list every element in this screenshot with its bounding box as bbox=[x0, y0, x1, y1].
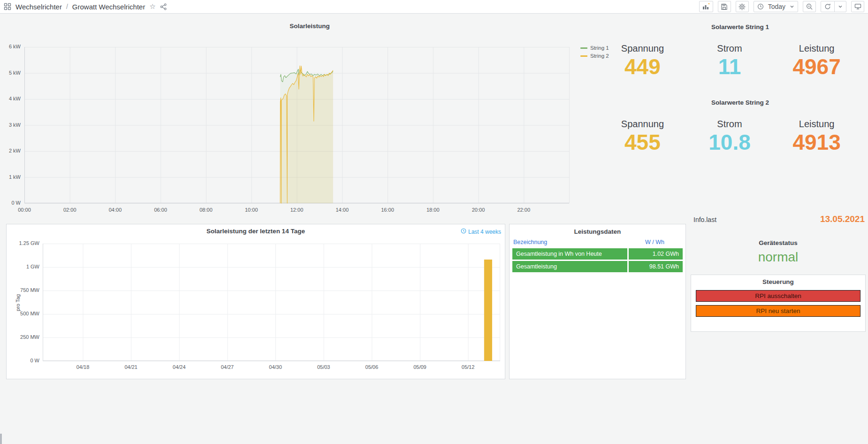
y-tick-label: 0 W bbox=[0, 200, 21, 206]
column-header-w-wh[interactable]: W / Wh bbox=[628, 239, 682, 245]
refresh-interval-dropdown[interactable] bbox=[835, 1, 846, 12]
y-tick-label: 6 kW bbox=[0, 44, 21, 49]
time-picker-button[interactable]: Today bbox=[754, 1, 798, 12]
bar-y-axis-title: pro Tag bbox=[15, 294, 21, 312]
solarleistung-plot-area[interactable] bbox=[24, 47, 569, 203]
breadcrumb-separator: / bbox=[66, 3, 68, 10]
stat-spannung: Spannung449 bbox=[594, 43, 692, 78]
refresh-button[interactable] bbox=[821, 1, 834, 12]
zoom-out-button[interactable] bbox=[803, 1, 816, 12]
y-tick-label: 1.25 GW bbox=[8, 240, 39, 246]
solarleistung-14-tage-panel: Solarleistung der letzten 14 Tage Last 4… bbox=[6, 224, 505, 379]
y-tick-label: 2 kW bbox=[0, 148, 21, 153]
legend-swatch bbox=[580, 47, 587, 49]
bar-plot-area[interactable] bbox=[43, 244, 500, 361]
x-tick-label: 00:00 bbox=[10, 207, 38, 213]
stat-leistung: Leistung4967 bbox=[768, 43, 866, 78]
y-tick-label: 250 MW bbox=[8, 334, 39, 340]
breadcrumb-current[interactable]: Growatt Wechselrichter bbox=[72, 3, 145, 11]
scrollbar-thumb[interactable] bbox=[0, 434, 2, 444]
add-panel-button[interactable] bbox=[699, 1, 713, 12]
favorite-star-icon[interactable]: ☆ bbox=[149, 3, 155, 10]
y-tick-label: 500 MW bbox=[8, 311, 39, 316]
stat-label: Spannung bbox=[594, 119, 692, 130]
button-rpi-ausschalten[interactable]: RPI ausschalten bbox=[696, 290, 860, 302]
x-tick-label: 08:00 bbox=[192, 207, 220, 213]
leistungsdaten-table: Bezeichnung W / Wh Gesamtleistung in Wh … bbox=[512, 237, 683, 274]
stat-label: Strom bbox=[692, 119, 768, 130]
panel-title-steuerung[interactable]: Steuerung bbox=[691, 278, 865, 285]
dashboard-settings-button[interactable] bbox=[736, 1, 749, 12]
x-tick-label: 04/30 bbox=[261, 364, 289, 370]
y-tick-label: 1 kW bbox=[0, 174, 21, 180]
x-tick-label: 16:00 bbox=[373, 207, 402, 213]
stat-label: Leistung bbox=[768, 43, 866, 54]
panel-title-14-tage[interactable]: Solarleistung der letzten 14 Tage bbox=[7, 228, 505, 235]
table-row: Gesamtleistung in Wh von Heute1.02 GWh bbox=[512, 248, 683, 260]
column-header-bezeichnung[interactable]: Bezeichnung bbox=[513, 239, 626, 245]
y-tick-label: 3 kW bbox=[0, 122, 21, 128]
stat-spannung: Spannung455 bbox=[594, 119, 692, 154]
info-last-label: Info.last bbox=[693, 216, 716, 223]
panel-title-string2[interactable]: Solarwerte String 2 bbox=[615, 99, 866, 106]
x-tick-label: 04/21 bbox=[117, 364, 145, 370]
panel-title-solarleistung[interactable]: Solarleistung bbox=[0, 23, 619, 30]
x-tick-label: 05/09 bbox=[406, 364, 434, 370]
bar-05/13 bbox=[484, 260, 492, 361]
time-shift-link[interactable]: Last 4 weeks bbox=[461, 228, 501, 235]
stat-label: Strom bbox=[692, 43, 768, 54]
stat-leistung: Leistung4913 bbox=[768, 119, 866, 154]
x-tick-label: 04:00 bbox=[101, 207, 129, 213]
stat-value: 4967 bbox=[768, 55, 866, 78]
info-last-panel: Info.last 13.05.2021 bbox=[691, 214, 866, 226]
x-tick-label: 22:00 bbox=[510, 207, 538, 213]
panel-title-geraetestatus[interactable]: Gerätestatus bbox=[691, 239, 866, 246]
table-header-row: Bezeichnung W / Wh bbox=[512, 237, 683, 248]
cycle-view-mode-button[interactable] bbox=[851, 1, 864, 12]
dashboards-grid-icon[interactable] bbox=[4, 3, 11, 10]
time-range-label: Today bbox=[767, 1, 786, 12]
y-tick-label: 750 MW bbox=[8, 287, 39, 293]
refresh-button-group bbox=[821, 1, 846, 12]
y-tick-label: 5 kW bbox=[0, 70, 21, 76]
stat-value: 449 bbox=[594, 55, 692, 78]
time-shift-label: Last 4 weeks bbox=[468, 229, 501, 235]
panel-title-string1[interactable]: Solarwerte String 1 bbox=[615, 23, 866, 31]
panel-title-leistungsdaten[interactable]: Leistungsdaten bbox=[510, 228, 685, 235]
stat-label: Leistung bbox=[768, 119, 866, 130]
x-tick-label: 05/06 bbox=[358, 364, 386, 370]
stat-strom: Strom10.8 bbox=[692, 119, 768, 154]
geraetestatus-panel: Gerätestatus normal bbox=[691, 239, 866, 272]
button-rpi-neu-starten[interactable]: RPI neu starten bbox=[696, 305, 860, 317]
legend-swatch bbox=[580, 55, 587, 57]
x-tick-label: 04/18 bbox=[69, 364, 97, 370]
chevron-down-icon bbox=[786, 1, 798, 12]
x-tick-label: 18:00 bbox=[419, 207, 447, 213]
x-tick-label: 12:00 bbox=[283, 207, 311, 213]
solarleistung-panel: Solarleistung 0 W1 kW2 kW3 kW4 kW5 kW6 k… bbox=[0, 14, 619, 223]
stat-label: Spannung bbox=[594, 43, 692, 54]
x-tick-label: 05/12 bbox=[454, 364, 482, 370]
stat-value: 455 bbox=[594, 130, 692, 154]
y-tick-label: 0 W bbox=[8, 358, 39, 363]
y-tick-label: 4 kW bbox=[0, 96, 21, 101]
table-row: Gesamtleistung98.51 GWh bbox=[512, 261, 683, 272]
x-tick-label: 10:00 bbox=[237, 207, 266, 213]
share-icon[interactable] bbox=[160, 3, 167, 10]
stat-value: 4913 bbox=[768, 130, 866, 154]
device-status-value: normal bbox=[691, 250, 866, 265]
x-tick-label: 04/27 bbox=[213, 364, 241, 370]
x-tick-label: 20:00 bbox=[464, 207, 493, 213]
stat-strom: Strom11 bbox=[692, 43, 768, 78]
stat-value: 11 bbox=[692, 55, 768, 78]
x-tick-label: 04/24 bbox=[165, 364, 193, 370]
nav-bar: Wechselrichter / Growatt Wechselrichter … bbox=[0, 0, 868, 14]
table-cell-value: 1.02 GWh bbox=[629, 248, 683, 260]
breadcrumb-root[interactable]: Wechselrichter bbox=[15, 3, 62, 11]
table-cell-bezeichnung: Gesamtleistung in Wh von Heute bbox=[512, 248, 627, 260]
x-tick-label: 05/03 bbox=[310, 364, 338, 370]
steuerung-panel: Steuerung RPI ausschaltenRPI neu starten bbox=[691, 275, 866, 332]
x-tick-label: 02:00 bbox=[56, 207, 84, 213]
save-dashboard-button[interactable] bbox=[718, 1, 731, 12]
table-cell-value: 98.51 GWh bbox=[629, 261, 683, 272]
